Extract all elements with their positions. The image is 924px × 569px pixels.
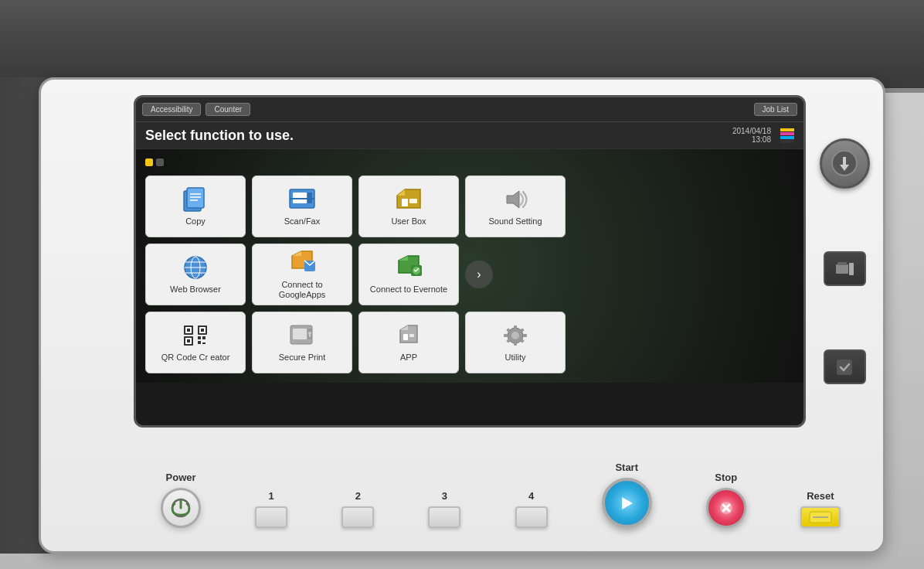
- svg-rect-45: [523, 334, 527, 337]
- utility-button[interactable]: Utility: [465, 312, 566, 373]
- btn1-label: 1: [269, 490, 274, 502]
- copy-label: Copy: [185, 216, 206, 227]
- svg-rect-53: [849, 263, 854, 275]
- reset-group: Reset: [800, 490, 841, 528]
- svg-rect-32: [202, 342, 206, 344]
- btn1-group: 1: [255, 490, 287, 528]
- numbered-button-3[interactable]: [428, 506, 460, 528]
- svg-rect-28: [187, 339, 190, 342]
- numbered-button-4[interactable]: [515, 506, 548, 528]
- page-dot-1: [145, 158, 153, 166]
- screen-title: Select function to use.: [145, 128, 294, 144]
- svg-rect-43: [514, 342, 517, 346]
- svg-rect-31: [198, 341, 201, 344]
- screen: Accessibility Counter Job List Select fu…: [134, 95, 806, 428]
- connect-google-button[interactable]: Connect to GoogleApps: [252, 244, 352, 305]
- panel-btn-1[interactable]: [824, 251, 866, 286]
- connect-google-label: Connect to GoogleApps: [257, 280, 347, 300]
- btn4-group: 4: [515, 490, 548, 528]
- grid-row-1: Copy Scan/Fax: [145, 175, 794, 237]
- bottom-controls: Power 1 2 3: [134, 462, 868, 528]
- secure-icon: [287, 322, 318, 349]
- btn2-group: 2: [341, 490, 374, 528]
- start-group: Start: [602, 462, 652, 528]
- evernote-icon: [393, 254, 424, 281]
- stop-label: Stop: [715, 472, 737, 483]
- next-page-button[interactable]: ›: [465, 261, 493, 288]
- job-list-button[interactable]: Job List: [754, 103, 797, 116]
- start-button[interactable]: [602, 478, 652, 528]
- ink-magenta: [780, 132, 794, 135]
- qr-code-label: QR Code Cr eator: [161, 353, 230, 363]
- stop-group: Stop: [706, 472, 746, 528]
- copy-button[interactable]: Copy: [145, 175, 246, 237]
- power-button[interactable]: [161, 488, 201, 528]
- svg-rect-44: [504, 334, 508, 337]
- reset-label: Reset: [807, 490, 834, 502]
- svg-rect-25: [201, 329, 204, 332]
- svg-rect-9: [402, 199, 408, 206]
- sound-setting-button[interactable]: Sound Setting: [465, 175, 566, 237]
- ink-cyan: [780, 136, 794, 139]
- counter-button[interactable]: Counter: [206, 103, 250, 116]
- accessibility-button[interactable]: Accessibility: [142, 103, 201, 116]
- google-apps-icon: [287, 249, 318, 277]
- page-dot-2: [156, 158, 164, 166]
- btn3-group: 3: [428, 490, 460, 528]
- sound-setting-label: Sound Setting: [488, 216, 542, 227]
- web-icon: [180, 254, 211, 281]
- svg-rect-29: [198, 336, 201, 339]
- right-panel: [814, 95, 875, 428]
- svg-rect-38: [403, 334, 408, 340]
- power-label: Power: [166, 472, 196, 483]
- svg-rect-30: [202, 336, 206, 339]
- connect-evernote-button[interactable]: Connect to Evernote: [358, 244, 459, 305]
- app-button[interactable]: APP: [358, 312, 459, 373]
- svg-rect-1: [187, 188, 204, 208]
- secure-print-button[interactable]: Secure Print: [252, 312, 352, 373]
- scan-fax-label: Scan/Fax: [284, 216, 320, 227]
- power-group: Power: [161, 472, 201, 528]
- screen-header: Accessibility Counter Job List: [136, 97, 803, 122]
- sound-icon: [500, 186, 531, 213]
- page-dots: [145, 158, 794, 166]
- svg-rect-37: [309, 334, 311, 337]
- svg-rect-34: [293, 329, 307, 339]
- panel-btn-2[interactable]: [824, 349, 866, 384]
- grid-row-3: QR Code Cr eator Secure: [145, 312, 794, 373]
- utility-icon: [500, 322, 531, 349]
- stop-button[interactable]: [706, 488, 746, 528]
- ink-indicators: [780, 128, 794, 143]
- btn4-label: 4: [528, 490, 534, 502]
- svg-rect-22: [187, 329, 190, 332]
- control-panel: Accessibility Counter Job List Select fu…: [39, 77, 885, 554]
- user-box-button[interactable]: User Box: [358, 175, 459, 237]
- reset-button[interactable]: [800, 506, 841, 528]
- utility-label: Utility: [505, 353, 526, 363]
- app-icon: [393, 322, 424, 349]
- svg-rect-54: [837, 359, 852, 375]
- qr-icon: [180, 322, 211, 349]
- numbered-button-1[interactable]: [255, 506, 287, 528]
- secure-print-label: Secure Print: [279, 353, 326, 363]
- ink-yellow: [780, 128, 794, 131]
- grid-row-2: Web Browser Connect to GoogleApps: [145, 244, 794, 305]
- qr-code-button[interactable]: QR Code Cr eator: [145, 312, 246, 373]
- user-box-label: User Box: [391, 216, 426, 227]
- printer-body: Accessibility Counter Job List Select fu…: [0, 0, 924, 569]
- app-label: APP: [400, 353, 417, 363]
- web-browser-button[interactable]: Web Browser: [145, 244, 246, 305]
- touch-panel-button[interactable]: [820, 138, 870, 189]
- connect-evernote-label: Connect to Evernote: [370, 284, 447, 295]
- svg-rect-52: [837, 262, 847, 265]
- scan-fax-button[interactable]: Scan/Fax: [252, 175, 352, 237]
- svg-rect-39: [409, 334, 414, 337]
- screen-datetime: 2014/04/18 13:08: [732, 127, 771, 144]
- svg-rect-10: [409, 199, 417, 203]
- numbered-button-2[interactable]: [341, 506, 374, 528]
- svg-rect-51: [836, 264, 848, 274]
- btn3-label: 3: [442, 490, 447, 502]
- ink-black: [780, 140, 794, 143]
- svg-rect-42: [514, 325, 517, 329]
- screen-grid-area: Copy Scan/Fax: [136, 149, 803, 383]
